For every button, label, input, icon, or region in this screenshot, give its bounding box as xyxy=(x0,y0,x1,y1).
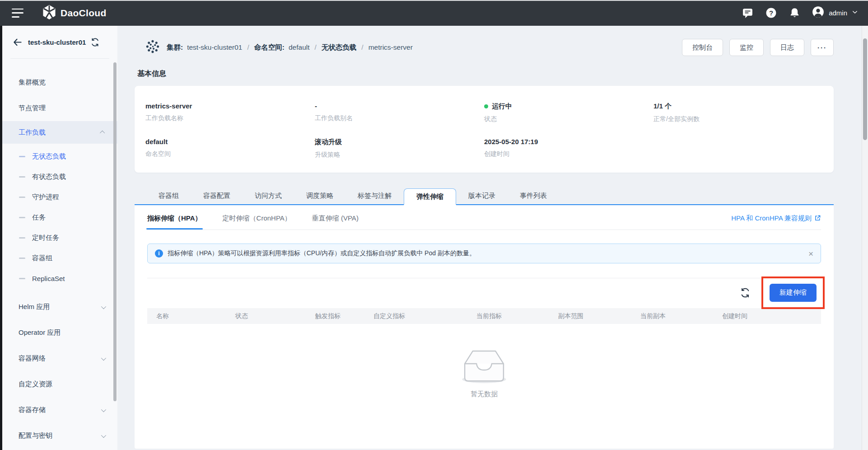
daocloud-logo-icon xyxy=(42,5,56,21)
bell-icon[interactable] xyxy=(789,7,800,19)
sidebar-item-custom-resources[interactable]: 自定义资源 xyxy=(2,371,117,397)
hpa-toolbar: 新建伸缩 xyxy=(147,278,821,307)
chevron-down-icon xyxy=(852,9,858,17)
create-hpa-button[interactable]: 新建伸缩 xyxy=(770,284,817,302)
logs-button[interactable]: 日志 xyxy=(770,39,804,56)
refresh-icon[interactable] xyxy=(740,287,751,298)
subtab-cronhpa[interactable]: 定时伸缩（CronHPA） xyxy=(223,214,291,230)
cluster-name: test-sku-cluster01 xyxy=(28,38,86,46)
breadcrumb-separator: / xyxy=(360,43,364,52)
dash-icon xyxy=(19,156,25,157)
help-icon[interactable]: ? xyxy=(765,7,777,19)
basic-info-card: metrics-server 工作负载名称 - 工作负载别名 运行中 状态 1/… xyxy=(135,86,834,173)
field-created-time: 2025-05-20 17:19 创建时间 xyxy=(484,138,653,159)
tab-scheduling-policy[interactable]: 调度策略 xyxy=(294,188,345,204)
page-scrollbar[interactable] xyxy=(862,26,868,450)
brand-logo[interactable]: DaoCloud xyxy=(42,5,107,21)
sidebar-item-statefulsets[interactable]: 有状态负载 xyxy=(2,167,117,187)
dash-icon xyxy=(19,217,25,218)
sidebar-item-cronjobs[interactable]: 定时任务 xyxy=(2,228,117,248)
sidebar-item-cluster-overview[interactable]: 集群概览 xyxy=(2,70,117,95)
field-instances: 1/1 个 正常/全部实例数 xyxy=(653,102,823,123)
cluster-dots-icon xyxy=(145,38,161,56)
empty-state: 暂无数据 xyxy=(135,344,834,398)
sidebar-item-deployments[interactable]: 无状态负载 xyxy=(2,146,117,167)
col-current-replicas: 当前副本 xyxy=(631,312,713,320)
sidebar-item-operator-apps[interactable]: Operator 应用 xyxy=(2,320,117,346)
svg-text:?: ? xyxy=(769,9,773,17)
tab-autoscaling[interactable]: 弹性伸缩 xyxy=(404,188,456,205)
more-actions-button[interactable]: ··· xyxy=(811,39,834,56)
tab-version-history[interactable]: 版本记录 xyxy=(456,188,508,204)
chevron-down-icon xyxy=(101,432,106,437)
dash-icon xyxy=(19,258,25,259)
sidebar-item-node-management[interactable]: 节点管理 xyxy=(2,95,117,121)
alert-close-icon[interactable]: × xyxy=(808,249,813,258)
dash-icon xyxy=(19,197,25,198)
tab-event-list[interactable]: 事件列表 xyxy=(508,188,559,204)
empty-inbox-icon xyxy=(459,344,509,386)
col-custom-metric: 自定义指标 xyxy=(364,312,467,320)
dash-icon xyxy=(19,278,25,279)
field-workload-alias: - 工作负载别名 xyxy=(315,102,484,123)
back-button[interactable] xyxy=(12,37,23,47)
breadcrumb-namespace-value[interactable]: default xyxy=(289,43,310,52)
sidebar-item-container-storage[interactable]: 容器存储 xyxy=(2,397,117,423)
external-link-icon xyxy=(814,215,821,223)
sidebar-item-jobs[interactable]: 任务 xyxy=(2,207,117,228)
col-name: 名称 xyxy=(147,312,226,320)
breadcrumb-workload-name: metrics-server xyxy=(369,43,413,52)
app-root: DaoCloud ? xyxy=(0,0,868,450)
menu-toggle-button[interactable] xyxy=(12,9,23,18)
page-scrollbar-thumb[interactable] xyxy=(863,38,867,140)
topbar: DaoCloud ? xyxy=(0,0,868,26)
sidebar-item-pods[interactable]: 容器组 xyxy=(2,248,117,268)
detail-tabs: 容器组 容器配置 访问方式 调度策略 标签与注解 弹性伸缩 版本记录 事件列表 xyxy=(135,188,834,205)
basic-info-title: 基本信息 xyxy=(137,69,834,79)
autoscaling-panel: 指标伸缩（HPA） 定时伸缩（CronHPA） 垂直伸缩 (VPA) HPA 和… xyxy=(135,205,834,449)
workloads-submenu: 无状态负载 有状态负载 守护进程 任务 定时任务 容器组 ReplicaSet xyxy=(2,146,117,289)
dash-icon xyxy=(19,237,25,239)
col-created-time: 创建时间 xyxy=(713,312,821,320)
monitor-button[interactable]: 监控 xyxy=(729,39,764,56)
cluster-switch-icon[interactable] xyxy=(90,38,100,47)
col-trigger-metric: 触发指标 xyxy=(306,312,364,320)
sidebar: test-sku-cluster01 集群概览 节点管理 工作负载 无状态负 xyxy=(2,26,117,450)
hpa-compat-rules-link[interactable]: HPA 和 CronHPA 兼容规则 xyxy=(731,214,821,230)
breadcrumb-cluster-label: 集群: xyxy=(167,43,183,52)
status-dot xyxy=(484,104,488,108)
chevron-down-icon xyxy=(101,407,106,412)
empty-text: 暂无数据 xyxy=(471,390,498,398)
console-button[interactable]: 控制台 xyxy=(682,39,723,56)
tab-container-config[interactable]: 容器配置 xyxy=(191,188,243,204)
col-replica-range: 副本范围 xyxy=(549,312,631,320)
sidebar-item-daemonsets[interactable]: 守护进程 xyxy=(2,187,117,207)
breadcrumb-workload-type[interactable]: 无状态负载 xyxy=(322,43,357,52)
sidebar-scrollbar[interactable] xyxy=(113,62,117,401)
field-status: 运行中 状态 xyxy=(484,102,653,123)
breadcrumb: 集群: test-sku-cluster01 / 命名空间: default /… xyxy=(135,38,413,56)
sidebar-item-helm-apps[interactable]: Helm 应用 xyxy=(2,294,117,320)
main-content: 集群: test-sku-cluster01 / 命名空间: default /… xyxy=(117,26,862,450)
tab-labels-annotations[interactable]: 标签与注解 xyxy=(345,188,404,204)
message-icon[interactable] xyxy=(742,7,753,19)
col-current-metric: 当前指标 xyxy=(467,312,549,320)
sidebar-item-workloads[interactable]: 工作负载 xyxy=(2,121,117,144)
subtab-hpa[interactable]: 指标伸缩（HPA） xyxy=(147,214,202,230)
tab-pods[interactable]: 容器组 xyxy=(146,188,191,204)
sidebar-item-container-network[interactable]: 容器网络 xyxy=(2,346,117,371)
field-upgrade-strategy: 滚动升级 升级策略 xyxy=(315,138,484,159)
breadcrumb-cluster-value[interactable]: test-sku-cluster01 xyxy=(187,43,242,52)
sidebar-item-replicaset[interactable]: ReplicaSet xyxy=(2,268,117,289)
sidebar-nav: 集群概览 节点管理 工作负载 无状态负载 有状态负载 守护进程 任务 定时任务 … xyxy=(2,59,117,449)
avatar xyxy=(812,6,824,20)
sidebar-item-config-secrets[interactable]: 配置与密钥 xyxy=(2,423,117,449)
user-menu[interactable]: admin xyxy=(812,6,858,20)
field-workload-name: metrics-server 工作负载名称 xyxy=(145,102,315,123)
chevron-down-icon xyxy=(101,304,106,309)
hpa-table-header: 名称 状态 触发指标 自定义指标 当前指标 副本范围 当前副本 创建时间 xyxy=(147,308,821,324)
topbar-actions: ? admin xyxy=(742,6,858,20)
subtab-vpa[interactable]: 垂直伸缩 (VPA) xyxy=(312,214,359,230)
col-status: 状态 xyxy=(226,312,306,320)
tab-access-method[interactable]: 访问方式 xyxy=(243,188,294,204)
